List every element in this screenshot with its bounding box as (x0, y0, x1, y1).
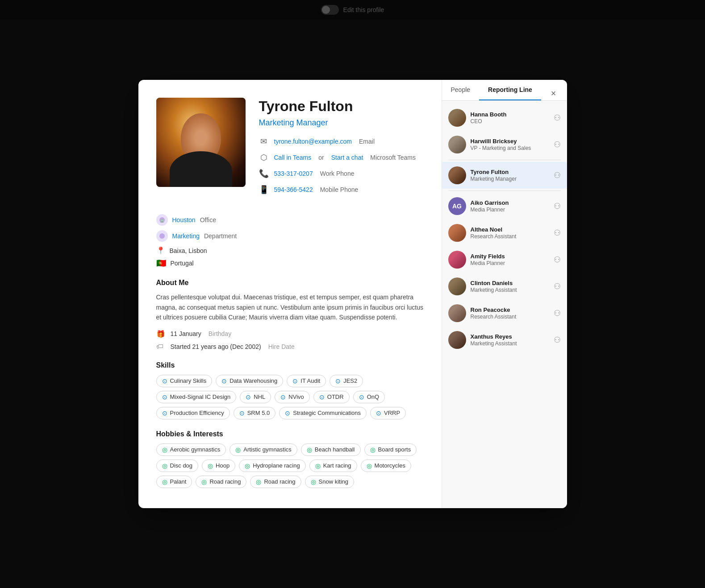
person-org-icon[interactable]: ⚇ (554, 228, 561, 238)
work-phone-link[interactable]: 533-317-0207 (274, 170, 313, 177)
skill-tag[interactable]: ⊙NVivo (275, 391, 309, 403)
person-info: Ron Peacocke Research Assistant (471, 306, 549, 320)
skill-tag[interactable]: ⊙Mixed-Signal IC Design (156, 391, 237, 403)
office-link[interactable]: Houston (172, 216, 196, 224)
skill-tag[interactable]: ⊙SRM 5.0 (234, 407, 276, 419)
email-row: ✉ tyrone.fulton@example.com Email (259, 137, 424, 146)
office-icon: 🏢 (156, 214, 168, 226)
person-org-icon[interactable]: ⚇ (554, 335, 561, 345)
skill-icon: ⊙ (280, 393, 286, 401)
hobby-tag[interactable]: ◎Motorcycles (361, 460, 411, 472)
skill-tag[interactable]: ⊙IT Audit (287, 375, 326, 387)
person-card[interactable]: Ron Peacocke Research Assistant ⚇ (442, 300, 567, 327)
hobby-tag[interactable]: ◎Hoop (202, 460, 235, 472)
mobile-phone-label: Mobile Phone (320, 186, 359, 193)
skill-tag[interactable]: ⊙VRRP (370, 407, 406, 419)
email-link[interactable]: tyrone.fulton@example.com (274, 138, 352, 145)
modal-overlay: × Tyrone Fulton Marketing Manager (0, 0, 705, 588)
person-card[interactable]: AG Aiko Garrison Media Planner ⚇ (442, 193, 567, 219)
person-name: Ron Peacocke (471, 306, 549, 314)
hobby-icon: ◎ (256, 478, 261, 485)
skill-icon: ⊙ (239, 410, 245, 417)
tab-reporting-line[interactable]: Reporting Line (479, 80, 541, 100)
hobby-icon: ◎ (235, 446, 241, 453)
person-info: Amity Fields Media Planner (471, 253, 549, 267)
country-row: 🇵🇹 Portugal (156, 258, 424, 268)
skill-tag[interactable]: ⊙OTDR (313, 391, 350, 403)
person-card[interactable]: Hanna Booth CEO ⚇ (442, 104, 567, 131)
profile-modal: × Tyrone Fulton Marketing Manager (138, 80, 567, 508)
person-info: Aiko Garrison Media Planner (471, 199, 549, 213)
skill-icon: ⊙ (359, 393, 364, 401)
teams-or: or (318, 154, 324, 161)
hobby-tag[interactable]: ◎Snow kiting (305, 476, 354, 488)
reporting-list: Hanna Booth CEO ⚇ Harwilll Bricksey VP -… (442, 101, 567, 508)
skill-tag[interactable]: ⊙Strategic Communications (279, 407, 367, 419)
person-role: Marketing Manager (471, 176, 549, 182)
chat-teams-link[interactable]: Start a chat (331, 154, 363, 161)
hobby-icon: ◎ (370, 446, 375, 453)
hobby-icon: ◎ (162, 478, 167, 485)
person-name: Aiko Garrison (471, 199, 549, 207)
person-card[interactable]: Althea Noel Research Assistant ⚇ (442, 219, 567, 246)
person-org-icon[interactable]: ⚇ (554, 140, 561, 149)
mobile-phone-link[interactable]: 594-366-5422 (274, 186, 313, 193)
person-info: Tyrone Fulton Marketing Manager (471, 169, 549, 182)
department-link[interactable]: Marketing (172, 232, 200, 240)
skill-tag[interactable]: ⊙OnQ (353, 391, 385, 403)
person-card[interactable]: Amity Fields Media Planner ⚇ (442, 246, 567, 273)
person-role: Marketing Assistant (471, 340, 549, 347)
hobby-tag[interactable]: ◎Road racing (196, 476, 246, 488)
office-row: 🏢 Houston Office (156, 214, 424, 226)
birthday-value: 11 January (171, 330, 201, 337)
email-icon: ✉ (259, 137, 269, 146)
hire-icon: 🏷 (156, 343, 165, 351)
person-card[interactable]: Harwilll Bricksey VP - Marketing and Sal… (442, 131, 567, 158)
hobby-tag[interactable]: ◎Disc dog (156, 460, 199, 472)
person-card[interactable]: Xanthus Reyes Marketing Assistant ⚇ (442, 327, 567, 353)
avatar (448, 224, 466, 242)
profile-title: Marketing Manager (259, 118, 424, 128)
hobby-tag[interactable]: ◎Board sports (364, 443, 417, 456)
skill-tag[interactable]: ⊙NHL (240, 391, 271, 403)
department-label: Department (204, 232, 237, 240)
person-org-icon[interactable]: ⚇ (554, 255, 561, 265)
hobbies-header: Hobbies & Interests (156, 430, 424, 438)
hobby-tag[interactable]: ◎Kart racing (309, 460, 357, 472)
profile-left-panel: Tyrone Fulton Marketing Manager ✉ tyrone… (138, 80, 442, 508)
reporting-divider (448, 160, 561, 160)
hobby-tag[interactable]: ◎Beach handball (301, 443, 361, 456)
hobby-tag[interactable]: ◎Aerobic gymnastics (156, 443, 226, 456)
person-org-icon[interactable]: ⚇ (554, 170, 561, 180)
person-card[interactable]: Clinton Daniels Marketing Assistant ⚇ (442, 273, 567, 300)
person-org-icon[interactable]: ⚇ (554, 308, 561, 318)
birthday-icon: 🎁 (156, 330, 165, 338)
hobby-tag[interactable]: ◎Palant (156, 476, 192, 488)
skill-tag[interactable]: ⊙Production Efficiency (156, 407, 230, 419)
call-teams-link[interactable]: Call in Teams (274, 154, 312, 161)
person-org-icon[interactable]: ⚇ (554, 282, 561, 291)
person-role: Research Assistant (471, 314, 549, 320)
hobby-tag[interactable]: ◎Road racing (250, 476, 301, 488)
person-org-icon[interactable]: ⚇ (554, 113, 561, 123)
skill-icon: ⊙ (335, 377, 341, 385)
close-button[interactable]: × (546, 86, 561, 100)
teams-icon: ⬡ (259, 153, 269, 162)
hobby-tag[interactable]: ◎Artistic gymnastics (229, 443, 297, 456)
person-card[interactable]: Tyrone Fulton Marketing Manager ⚇ (442, 162, 567, 189)
tab-people[interactable]: People (442, 80, 480, 100)
hobby-tag[interactable]: ◎Hydroplane racing (239, 460, 306, 472)
skill-tag[interactable]: ⊙JES2 (330, 375, 363, 387)
work-phone-label: Work Phone (320, 170, 355, 177)
skill-tag[interactable]: ⊙Culinary Skills (156, 375, 213, 387)
skill-tag[interactable]: ⊙Data Warehousing (216, 375, 283, 387)
hobby-icon: ◎ (162, 446, 167, 453)
person-role: Media Planner (471, 260, 549, 266)
hobby-icon: ◎ (162, 462, 167, 469)
person-info: Clinton Daniels Marketing Assistant (471, 280, 549, 294)
skill-icon: ⊙ (162, 410, 167, 417)
teams-row: ⬡ Call in Teams or Start a chat Microsof… (259, 153, 424, 162)
person-org-icon[interactable]: ⚇ (554, 201, 561, 211)
location-text: Baixa, Lisbon (170, 247, 207, 254)
avatar (448, 304, 466, 322)
